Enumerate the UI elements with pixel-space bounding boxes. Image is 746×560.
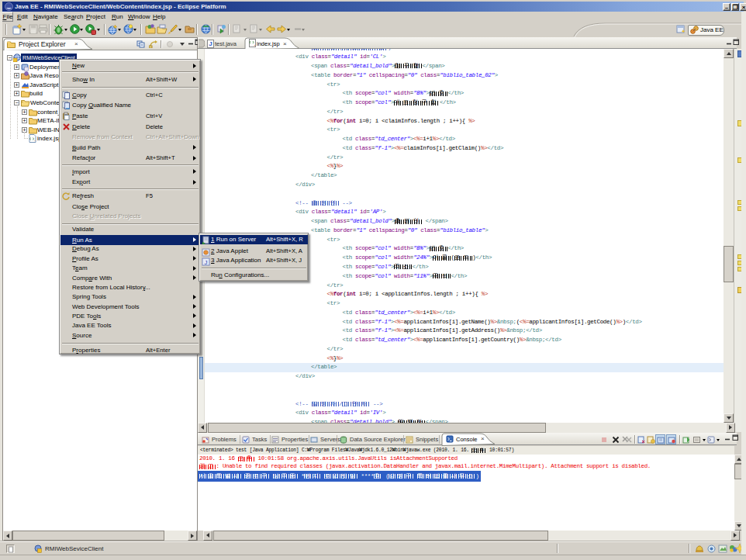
- svg-text:J: J: [205, 258, 208, 265]
- svg-text:J: J: [209, 40, 212, 47]
